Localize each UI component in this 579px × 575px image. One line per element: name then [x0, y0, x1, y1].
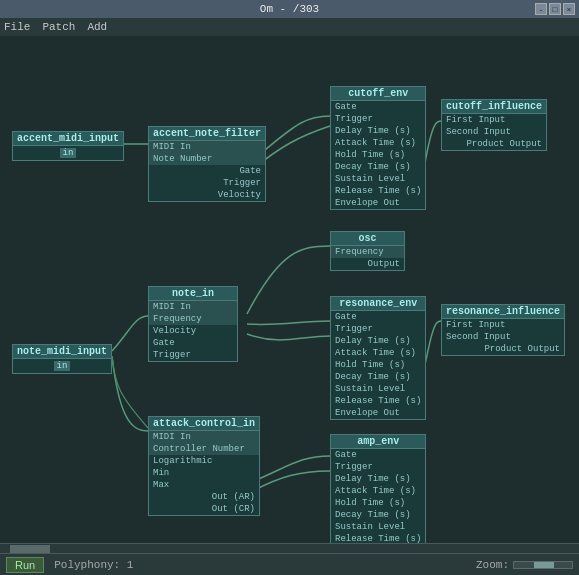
menu-bar: File Patch Add [0, 18, 579, 36]
node-accent-midi-input[interactable]: accent_midi_input in [12, 131, 124, 161]
polyphony-label: Polyphony: 1 [54, 559, 133, 571]
menu-file[interactable]: File [4, 21, 30, 33]
scrollbar-thumb[interactable] [10, 545, 50, 553]
minimize-button[interactable]: - [535, 3, 547, 15]
canvas-area: accent_midi_input in accent_note_filter … [0, 36, 579, 543]
node-osc[interactable]: osc Frequency Output [330, 231, 405, 271]
zoom-label: Zoom: [476, 559, 509, 571]
node-cutoff-influence[interactable]: cutoff_influence First Input Second Inpu… [441, 99, 547, 151]
status-bar: Run Polyphony: 1 Zoom: [0, 553, 579, 575]
node-attack-control-in[interactable]: attack_control_in MIDI In Controller Num… [148, 416, 260, 516]
close-button[interactable]: × [563, 3, 575, 15]
node-note-midi-input[interactable]: note_midi_input in [12, 344, 112, 374]
node-note-in[interactable]: note_in MIDI In Frequency Velocity Gate … [148, 286, 238, 362]
run-button[interactable]: Run [6, 557, 44, 573]
node-cutoff-env[interactable]: cutoff_env Gate Trigger Delay Time (s) A… [330, 86, 426, 210]
title-bar: Om - /303 - □ × [0, 0, 579, 18]
maximize-button[interactable]: □ [549, 3, 561, 15]
node-resonance-influence[interactable]: resonance_influence First Input Second I… [441, 304, 565, 356]
zoom-track[interactable] [513, 561, 573, 569]
scrollbar-horizontal[interactable] [0, 543, 579, 553]
zoom-bar: Zoom: [476, 559, 573, 571]
zoom-thumb[interactable] [534, 562, 554, 568]
window-title: Om - /303 [260, 3, 319, 15]
node-amp-env[interactable]: amp_env Gate Trigger Delay Time (s) Atta… [330, 434, 426, 543]
window-controls[interactable]: - □ × [535, 3, 575, 15]
node-accent-note-filter[interactable]: accent_note_filter MIDI In Note Number G… [148, 126, 266, 202]
node-resonance-env[interactable]: resonance_env Gate Trigger Delay Time (s… [330, 296, 426, 420]
menu-add[interactable]: Add [87, 21, 107, 33]
menu-patch[interactable]: Patch [42, 21, 75, 33]
